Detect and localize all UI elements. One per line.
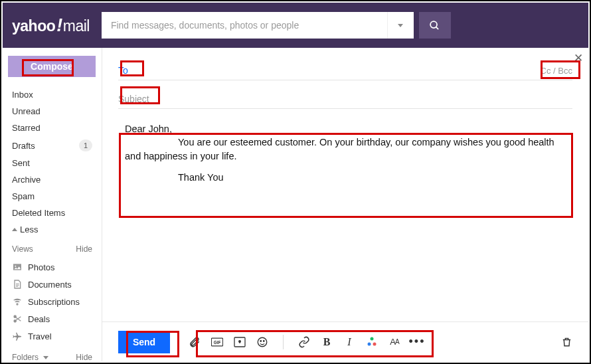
compose-toolbar: Send GIF B I xyxy=(102,321,588,361)
drafts-count-badge: 1 xyxy=(79,139,92,151)
svg-point-10 xyxy=(258,337,267,347)
svg-point-13 xyxy=(371,337,374,340)
sidebar-item-label: Deleted Items xyxy=(12,208,65,218)
document-icon xyxy=(12,279,23,290)
text-color-button[interactable] xyxy=(366,336,378,348)
sidebar-item-label: Spam xyxy=(12,191,35,201)
wifi-icon xyxy=(12,296,23,307)
svg-point-6 xyxy=(14,320,16,322)
paperclip-icon xyxy=(189,336,201,348)
sidebar-less-toggle[interactable]: Less xyxy=(3,221,102,238)
sidebar-item-label: Photos xyxy=(28,262,54,272)
svg-point-12 xyxy=(264,340,265,341)
card-icon xyxy=(234,337,246,347)
sidebar-item-unread[interactable]: Unread xyxy=(3,103,102,120)
folders-header-label: Folders xyxy=(12,353,39,362)
sidebar-item-label: Sent xyxy=(12,158,30,168)
folders-hide-link[interactable]: Hide xyxy=(76,353,92,362)
sidebar-item-label: Unread xyxy=(12,106,41,116)
views-hide-link[interactable]: Hide xyxy=(76,244,92,254)
subject-field-row[interactable]: Subject xyxy=(118,90,572,109)
search-button[interactable] xyxy=(419,12,451,39)
sidebar-item-spam[interactable]: Spam xyxy=(3,188,102,205)
sidebar-item-label: Inbox xyxy=(12,90,33,100)
sidebar-item-starred[interactable]: Starred xyxy=(3,120,102,136)
logo-text-a: yahoo xyxy=(12,17,55,35)
sidebar-item-label: Drafts xyxy=(12,141,35,151)
sidebar-item-deleted[interactable]: Deleted Items xyxy=(3,205,102,221)
logo-bang: ! xyxy=(56,15,62,36)
sidebar-item-drafts[interactable]: Drafts1 xyxy=(3,136,102,155)
bold-button[interactable]: B xyxy=(321,336,333,348)
compose-pane: ✕ To Cc / Bcc Subject Dear John, You are… xyxy=(102,48,588,361)
sidebar-item-label: Less xyxy=(20,225,38,234)
scissors-icon xyxy=(12,314,23,324)
link-icon xyxy=(298,336,310,348)
search-container xyxy=(102,12,451,39)
search-dropdown[interactable] xyxy=(387,12,414,39)
send-button[interactable]: Send xyxy=(118,331,170,353)
body-line-1: Dear John, xyxy=(125,124,172,134)
to-label: To xyxy=(118,65,128,76)
logo-text-b: mail xyxy=(63,17,90,35)
color-dots-icon xyxy=(366,336,378,348)
logo[interactable]: yahoo ! mail xyxy=(12,15,90,36)
plane-icon xyxy=(12,331,23,341)
sidebar-view-travel[interactable]: Travel xyxy=(3,327,102,345)
emoji-button[interactable] xyxy=(256,336,268,348)
svg-point-11 xyxy=(260,340,262,341)
svg-line-1 xyxy=(436,27,439,29)
sidebar-view-deals[interactable]: Deals xyxy=(3,310,102,327)
svg-point-15 xyxy=(373,342,377,345)
link-button[interactable] xyxy=(298,336,310,348)
sidebar: Compose Inbox Unread Starred Drafts1 Sen… xyxy=(3,48,102,361)
sidebar-item-label: Subscriptions xyxy=(28,297,80,307)
sidebar-view-subscriptions[interactable]: Subscriptions xyxy=(3,293,102,310)
sidebar-item-label: Starred xyxy=(12,123,41,133)
svg-text:GIF: GIF xyxy=(214,339,221,344)
cc-bcc-toggle[interactable]: Cc / Bcc xyxy=(541,66,572,76)
gif-button[interactable]: GIF xyxy=(211,336,223,348)
views-header-label: Views xyxy=(12,244,33,254)
font-button[interactable]: AA xyxy=(388,336,400,348)
svg-point-3 xyxy=(15,266,16,267)
sidebar-view-documents[interactable]: Documents xyxy=(3,276,102,293)
trash-icon xyxy=(561,336,572,348)
sidebar-item-label: Travel xyxy=(28,331,52,341)
emoji-icon xyxy=(256,336,268,348)
more-button[interactable]: ••• xyxy=(411,336,423,348)
subject-placeholder: Subject xyxy=(118,94,149,104)
views-list: Photos Documents Subscriptions Deals Tra… xyxy=(3,258,102,345)
svg-point-0 xyxy=(431,21,438,28)
header-bar: yahoo ! mail xyxy=(3,3,588,48)
views-header: ViewsHide xyxy=(3,238,102,257)
attach-button[interactable] xyxy=(189,336,201,348)
svg-point-14 xyxy=(368,342,371,345)
svg-point-4 xyxy=(17,304,18,305)
body-line-3: Thank You xyxy=(178,172,224,183)
sidebar-item-archive[interactable]: Archive xyxy=(3,171,102,188)
image-icon xyxy=(12,262,23,272)
body-line-2: You are our esteemed customer. On your b… xyxy=(125,137,554,161)
compose-button[interactable]: Compose xyxy=(8,56,96,77)
toolbar-separator xyxy=(283,335,284,349)
close-compose-button[interactable]: ✕ xyxy=(574,51,583,65)
folder-list: Inbox Unread Starred Drafts1 Sent Archiv… xyxy=(3,85,102,258)
italic-button[interactable]: I xyxy=(343,336,355,348)
sidebar-item-label: Documents xyxy=(28,280,72,290)
gif-icon: GIF xyxy=(211,337,223,347)
svg-point-5 xyxy=(14,316,16,318)
search-input[interactable] xyxy=(102,12,387,39)
sidebar-view-photos[interactable]: Photos xyxy=(3,258,102,276)
sidebar-item-sent[interactable]: Sent xyxy=(3,155,102,171)
message-body[interactable]: Dear John, You are our esteemed customer… xyxy=(118,109,572,191)
chevron-up-icon xyxy=(12,228,17,231)
sidebar-item-inbox[interactable]: Inbox xyxy=(3,86,102,103)
discard-button[interactable] xyxy=(560,336,572,348)
sidebar-item-label: Deals xyxy=(28,314,50,324)
chevron-down-icon xyxy=(43,356,48,359)
stationery-button[interactable] xyxy=(234,336,246,348)
to-field-row[interactable]: To Cc / Bcc xyxy=(118,61,572,80)
folders-header: FoldersHide xyxy=(3,346,102,364)
sidebar-item-label: Archive xyxy=(12,175,41,185)
